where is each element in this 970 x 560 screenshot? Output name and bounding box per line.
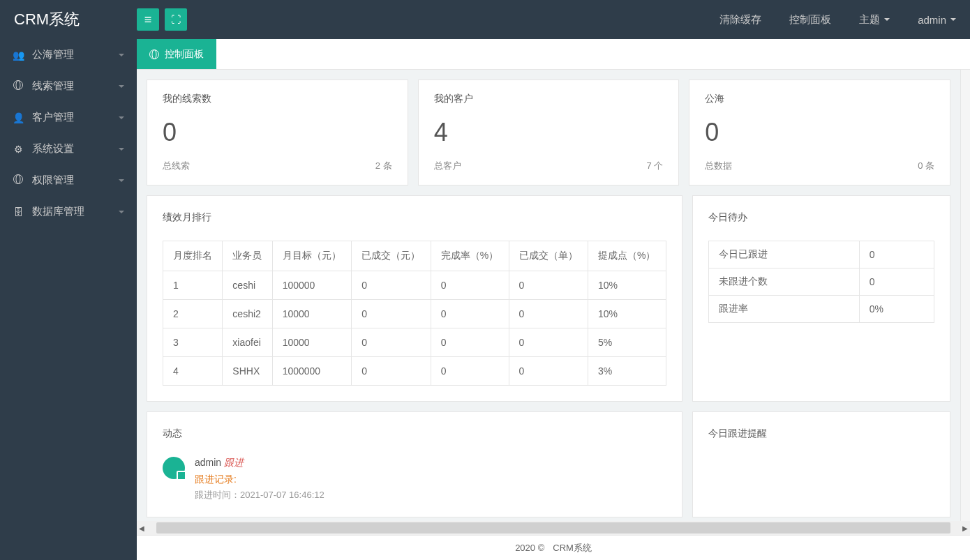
ranking-panel: 绩效月排行 月度排名业务员月目标（元）已成交（元）完成率（%）已成交（单）提成点… [147, 195, 682, 402]
activity-user: admin [195, 457, 221, 468]
horizontal-scrollbar[interactable]: ◀ ▶ [137, 521, 970, 535]
card-number: 0 [163, 118, 392, 147]
table-cell: 1 [163, 271, 223, 300]
scroll-track[interactable] [156, 522, 950, 533]
table-cell: 0 [352, 328, 431, 357]
sidebar-item-label: 权限管理 [32, 174, 74, 187]
chevron-down-icon [950, 18, 956, 21]
gear-icon: ⚙ [13, 144, 24, 155]
todo-table: 今日已跟进0未跟进个数0跟进率0% [708, 241, 934, 323]
table-cell: ceshi2 [223, 300, 272, 328]
globe-icon [13, 174, 24, 186]
card-number: 4 [434, 118, 664, 147]
stat-card-leads[interactable]: 我的线索数 0 总线索2 条 [147, 80, 408, 186]
todo-label: 未跟进个数 [709, 268, 860, 296]
header-right: 清除缓存 控制面板 主题 admin [719, 13, 956, 27]
activity-action: 跟进 [224, 457, 244, 468]
table-cell: ceshi [223, 271, 272, 300]
table-cell: 3 [163, 328, 223, 357]
theme-dropdown[interactable]: 主题 [859, 13, 890, 27]
main-area: 控制面板 我的线索数 0 总线索2 条 我的客户 4 总客户7 个 [137, 39, 970, 560]
todo-value: 0% [859, 296, 934, 323]
scroll-left-arrow[interactable]: ◀ [137, 524, 147, 532]
card-number: 0 [705, 118, 934, 147]
clear-cache-link[interactable]: 清除缓存 [719, 13, 761, 27]
sidebar-item-label: 客户管理 [32, 111, 74, 124]
table-cell: 0 [352, 300, 431, 328]
card-title: 我的客户 [434, 93, 664, 105]
chevron-down-icon [884, 18, 890, 21]
user-group-icon: 👥 [13, 50, 24, 61]
avatar [163, 457, 185, 479]
todo-value: 0 [859, 268, 934, 296]
tab-control-panel[interactable]: 控制面板 [137, 39, 216, 69]
menu-icon [144, 13, 152, 27]
sidebar: 👥公海管理 线索管理 👤客户管理 ⚙系统设置 权限管理 🗄数据库管理 [0, 39, 137, 560]
header-buttons [137, 8, 187, 31]
sidebar-item-label: 线索管理 [32, 80, 74, 93]
table-cell: 2 [163, 300, 223, 328]
card-sub-label: 总线索 [163, 160, 190, 172]
table-cell: 5% [588, 328, 666, 357]
table-cell: 3% [588, 357, 666, 386]
footer: 2020 © CRM系统 [137, 535, 970, 560]
card-sub-label: 总客户 [434, 160, 461, 172]
stat-card-gonghai[interactable]: 公海 0 总数据0 条 [689, 80, 950, 186]
globe-icon [13, 80, 24, 92]
table-cell: 0 [431, 300, 509, 328]
sidebar-item-label: 数据库管理 [32, 205, 84, 218]
sidebar-item-gonghai[interactable]: 👥公海管理 [0, 39, 137, 70]
ranking-table: 月度排名业务员月目标（元）已成交（元）完成率（%）已成交（单）提成点（%） 1c… [163, 241, 666, 386]
todo-panel: 今日待办 今日已跟进0未跟进个数0跟进率0% [692, 195, 950, 402]
card-title: 公海 [705, 93, 934, 105]
table-cell: 0 [352, 357, 431, 386]
table-cell: 0 [352, 271, 431, 300]
footer-copyright: 2020 © [515, 543, 544, 553]
chevron-down-icon [119, 179, 124, 182]
panel-title: 今日跟进提醒 [708, 427, 934, 440]
stat-card-customers[interactable]: 我的客户 4 总客户7 个 [418, 80, 680, 186]
panel-title: 动态 [163, 427, 666, 440]
activity-time-label: 跟进时间： [195, 490, 240, 500]
control-panel-link[interactable]: 控制面板 [789, 13, 831, 27]
vertical-scrollbar[interactable] [960, 70, 970, 521]
sidebar-item-quanxian[interactable]: 权限管理 [0, 165, 137, 196]
table-row: 未跟进个数0 [709, 268, 934, 296]
table-cell: xiaofei [223, 328, 272, 357]
user-icon: 👤 [13, 112, 24, 123]
sidebar-item-label: 系统设置 [32, 142, 74, 156]
table-header: 业务员 [223, 241, 272, 271]
activity-panel: 动态 admin 跟进 跟进记录: 跟进时间：2021-07-07 16:46:… [147, 411, 682, 517]
reminder-panel: 今日跟进提醒 [692, 411, 950, 517]
chevron-down-icon [119, 211, 124, 213]
card-title: 我的线索数 [163, 93, 392, 105]
user-dropdown[interactable]: admin [918, 14, 956, 26]
table-cell: 0 [431, 271, 509, 300]
table-cell: 0 [509, 328, 588, 357]
table-row: 1ceshi10000000010% [163, 271, 666, 300]
table-cell: 0 [509, 271, 588, 300]
sidebar-item-xitong[interactable]: ⚙系统设置 [0, 133, 137, 165]
chevron-down-icon [119, 54, 124, 56]
table-row: 今日已跟进0 [709, 241, 934, 268]
sidebar-item-kehu[interactable]: 👤客户管理 [0, 102, 137, 133]
tab-label: 控制面板 [165, 48, 204, 61]
table-cell: 0 [509, 300, 588, 328]
footer-name: CRM系统 [553, 542, 592, 554]
globe-icon [149, 50, 159, 59]
sidebar-item-xiansuo[interactable]: 线索管理 [0, 70, 137, 102]
table-cell: 0 [431, 357, 509, 386]
top-header: CRM系统 清除缓存 控制面板 主题 admin [0, 0, 970, 39]
table-row: 跟进率0% [709, 296, 934, 323]
table-header: 月度排名 [163, 241, 223, 271]
fullscreen-button[interactable] [165, 8, 187, 31]
table-row: 4SHHX10000000003% [163, 357, 666, 386]
table-header: 月目标（元） [272, 241, 351, 271]
table-header: 已成交（元） [352, 241, 431, 271]
menu-toggle-button[interactable] [137, 8, 159, 31]
sidebar-item-shujuku[interactable]: 🗄数据库管理 [0, 196, 137, 227]
activity-time-value: 2021-07-07 16:46:12 [240, 490, 324, 500]
activity-item: admin 跟进 跟进记录: 跟进时间：2021-07-07 16:46:12 [163, 457, 666, 501]
scroll-right-arrow[interactable]: ▶ [960, 524, 970, 532]
card-sub-label: 总数据 [705, 160, 732, 172]
